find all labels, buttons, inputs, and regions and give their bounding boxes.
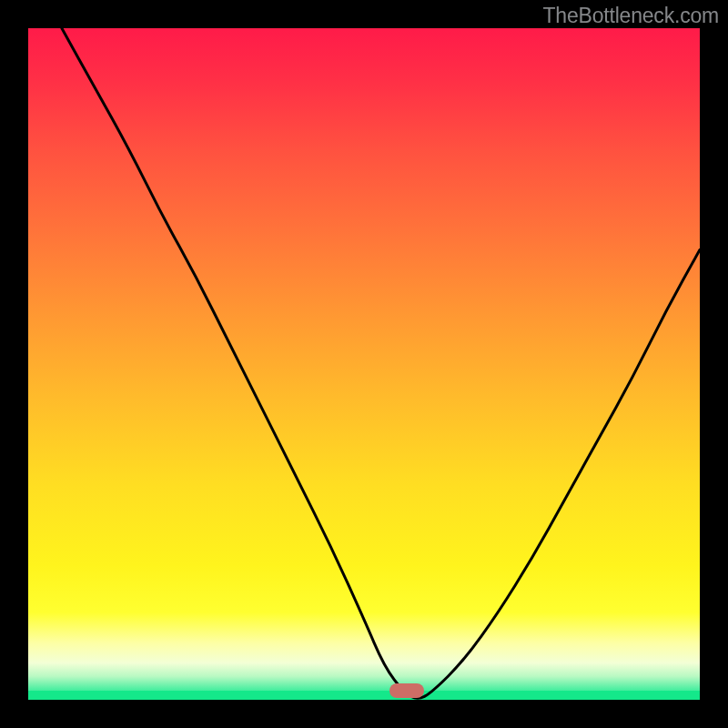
optimum-marker — [389, 683, 424, 698]
plot-area — [28, 28, 700, 700]
chart-frame: TheBottleneck.com — [0, 0, 728, 728]
bottleneck-curve — [28, 28, 700, 700]
watermark-text: TheBottleneck.com — [543, 4, 719, 28]
